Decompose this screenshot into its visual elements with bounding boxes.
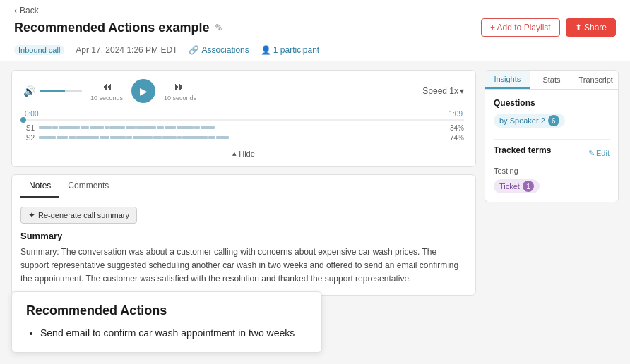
page-wrapper: ‹ Back Recommended Actions example ✎ + A…	[0, 0, 630, 364]
left-panel: 🔊 ⏮ 10 seconds ▶ ⏭ 10 seconds	[11, 70, 476, 296]
add-to-playlist-button[interactable]: + Add to Playlist	[481, 18, 560, 37]
notes-card: Notes Comments ✦ Re-generate call summar…	[11, 174, 476, 296]
tab-stats[interactable]: Stats	[530, 71, 574, 89]
summary-heading: Summary	[20, 231, 467, 241]
audio-controls: 🔊 ⏮ 10 seconds ▶ ⏭ 10 seconds	[23, 79, 464, 103]
summary-text: Summary: The conversation was about a cu…	[20, 245, 467, 286]
link-icon: 🔗	[189, 45, 199, 55]
right-card: Insights Stats Transcript Questions by S…	[485, 70, 619, 202]
speaker1-pct: 34%	[447, 124, 464, 132]
edit-title-icon[interactable]: ✎	[215, 22, 223, 33]
associations-label: Associations	[201, 45, 249, 55]
tab-transcript[interactable]: Transcript	[573, 71, 618, 89]
header-actions: + Add to Playlist ⬆ Share	[481, 18, 616, 37]
notes-body: ✦ Re-generate call summary Summary Summa…	[12, 198, 475, 295]
waveform-area: 0:00 1:09 S1	[23, 110, 464, 158]
rewind-icon: ⏮	[101, 80, 112, 93]
by-speaker-label: by Speaker 2	[499, 116, 545, 125]
fast-forward-button[interactable]: ⏭ 10 seconds	[164, 80, 196, 102]
hide-button[interactable]: ▴ Hide	[232, 149, 255, 158]
participants-icon: 👤	[261, 45, 271, 55]
hide-label: Hide	[239, 150, 255, 158]
tab-insights[interactable]: Insights	[485, 71, 530, 89]
speaker1-waveform	[39, 123, 443, 132]
divider1	[494, 139, 610, 140]
participants-link[interactable]: 👤 1 participant	[261, 45, 319, 55]
speaker2-pct: 74%	[447, 134, 464, 142]
back-arrow-icon: ‹	[14, 6, 17, 16]
speaker2-row: S2	[23, 133, 464, 142]
rewind-label: 10 seconds	[90, 95, 123, 102]
top-bar: ‹ Back Recommended Actions example ✎ + A…	[0, 0, 630, 61]
time-end: 1:09	[449, 110, 463, 118]
page-header-row: Recommended Actions example ✎ + Add to P…	[14, 18, 616, 42]
main-content: 🔊 ⏮ 10 seconds ▶ ⏭ 10 seconds	[0, 61, 630, 304]
recommended-actions-overlay: Recommended Actions Send email to confir…	[11, 291, 322, 353]
share-button[interactable]: ⬆ Share	[566, 18, 616, 37]
call-date: Apr 17, 2024 1:26 PM EDT	[76, 45, 177, 55]
recommended-action-item: Send email to confirm car wash appointme…	[40, 325, 307, 341]
chevron-down-icon: ▾	[460, 86, 464, 96]
fast-forward-label: 10 seconds	[164, 95, 196, 102]
speaker-count: 6	[548, 115, 559, 126]
volume-area: 🔊	[23, 85, 82, 97]
back-label: Back	[20, 6, 39, 16]
regen-button[interactable]: ✦ Re-generate call summary	[20, 207, 137, 224]
speed-button[interactable]: Speed 1x ▾	[422, 86, 464, 96]
notes-tabs: Notes Comments	[12, 175, 475, 198]
speed-label: Speed 1x	[422, 86, 458, 96]
participants-label: 1 participant	[273, 45, 319, 55]
sparkle-icon: ✦	[28, 210, 35, 220]
time-markers: 0:00 1:09	[23, 110, 464, 118]
edit-link[interactable]: ✎ Edit	[588, 149, 610, 158]
speaker-tag: by Speaker 2 6	[494, 114, 565, 128]
rewind-button[interactable]: ⏮ 10 seconds	[90, 80, 123, 102]
progress-thumb	[20, 117, 26, 123]
chevron-up-icon: ▴	[232, 149, 237, 158]
speaker1-label: S1	[23, 124, 35, 132]
right-tabs: Insights Stats Transcript	[485, 71, 618, 90]
tracked-heading-row: Tracked terms ✎ Edit	[494, 145, 610, 161]
play-button[interactable]: ▶	[131, 79, 155, 103]
right-body: Questions by Speaker 2 6 Tracked terms ✎…	[485, 90, 618, 202]
right-panel: Insights Stats Transcript Questions by S…	[485, 70, 619, 296]
questions-heading: Questions	[494, 98, 610, 108]
volume-icon: 🔊	[23, 85, 35, 97]
audio-card: 🔊 ⏮ 10 seconds ▶ ⏭ 10 seconds	[11, 70, 476, 167]
volume-slider[interactable]	[40, 90, 82, 92]
ticket-chip: Ticket 1	[494, 179, 540, 193]
testing-label: Testing	[494, 166, 610, 175]
tracked-terms-heading: Tracked terms	[494, 145, 551, 155]
recommended-actions-list: Send email to confirm car wash appointme…	[26, 325, 307, 341]
speaker2-label: S2	[23, 134, 35, 142]
edit-label: Edit	[596, 149, 610, 157]
associations-link[interactable]: 🔗 Associations	[189, 45, 249, 55]
recommended-actions-title: Recommended Actions	[26, 303, 307, 318]
play-icon: ▶	[140, 85, 148, 97]
hide-row: ▴ Hide	[23, 147, 464, 158]
meta-row: Inbound call Apr 17, 2024 1:26 PM EDT 🔗 …	[14, 42, 616, 61]
fast-forward-icon: ⏭	[174, 80, 186, 93]
back-link[interactable]: ‹ Back	[14, 6, 616, 16]
regen-label: Re-generate call summary	[38, 211, 129, 219]
time-start: 0:00	[25, 110, 38, 118]
speaker1-row: S1	[23, 123, 464, 132]
ticket-count: 1	[523, 181, 534, 192]
pencil-icon: ✎	[588, 149, 595, 158]
ticket-label: Ticket	[499, 182, 520, 190]
progress-track[interactable]	[23, 119, 464, 121]
tab-notes[interactable]: Notes	[20, 175, 59, 198]
tab-comments[interactable]: Comments	[59, 175, 117, 198]
call-type-badge: Inbound call	[14, 45, 64, 55]
page-title-area: Recommended Actions example ✎	[14, 20, 223, 35]
speaker2-waveform	[39, 133, 443, 142]
page-title: Recommended Actions example	[14, 20, 209, 35]
